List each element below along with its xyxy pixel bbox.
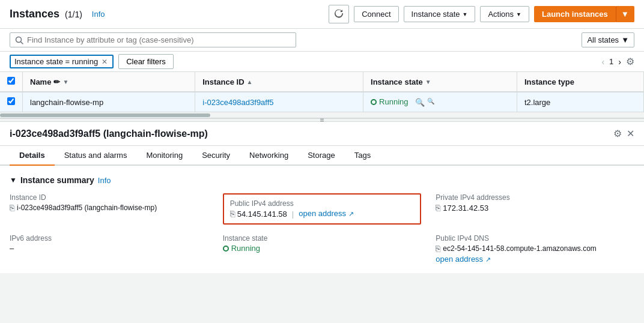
select-all-header xyxy=(0,72,23,92)
copy-dns-icon[interactable]: ⎘ xyxy=(436,244,440,253)
filter-bar: All states ▼ xyxy=(0,29,644,52)
summary-header: ▼ Instance summary Info xyxy=(10,175,634,185)
horizontal-scrollbar[interactable] xyxy=(0,112,644,118)
zoom-out-icon[interactable]: 🔍 xyxy=(427,98,434,107)
instance-state-field: Instance state Running xyxy=(223,234,422,264)
row-checkbox[interactable] xyxy=(7,97,15,105)
tab-monitoring[interactable]: Monitoring xyxy=(136,146,192,166)
filter-tag: Instance state = running ✕ xyxy=(10,55,114,68)
detail-close-button[interactable]: ✕ xyxy=(627,128,634,139)
clear-filters-button[interactable]: Clear filters xyxy=(118,54,174,69)
row-checkbox-cell xyxy=(0,92,23,112)
tab-tags[interactable]: Tags xyxy=(345,146,380,166)
select-all-checkbox[interactable] xyxy=(7,77,15,85)
state-cell: Running 🔍 🔍 xyxy=(363,92,517,112)
name-column-header[interactable]: Name ✏ ▼ xyxy=(23,72,195,92)
collapse-icon[interactable]: ▼ xyxy=(10,176,17,184)
page-title: Instances (1/1) xyxy=(10,8,82,20)
search-input[interactable] xyxy=(27,35,291,44)
detail-header: i-023ce498ad3f9aff5 (langchain-flowise-m… xyxy=(0,122,644,146)
open-address2-link[interactable]: open address ↗ xyxy=(436,255,490,264)
launch-instances-group: Launch instances ▼ xyxy=(534,6,634,22)
next-page-button[interactable]: › xyxy=(618,57,621,67)
search-box xyxy=(10,32,296,47)
instance-state-column-header[interactable]: Instance state ▼ xyxy=(363,72,517,92)
copy-public-ipv4-icon[interactable]: ⎘ xyxy=(230,209,235,219)
filter-remove-button[interactable]: ✕ xyxy=(100,58,109,66)
chevron-down-icon xyxy=(463,11,468,17)
svg-line-1 xyxy=(21,41,23,44)
instance-state-button[interactable]: Instance state xyxy=(404,6,476,22)
search-icon xyxy=(15,36,23,44)
settings-button[interactable]: ⚙ xyxy=(626,56,634,67)
copy-private-ipv4-icon[interactable]: ⎘ xyxy=(436,203,440,213)
ipv6-field: IPv6 address – xyxy=(10,234,208,264)
top-bar: Instances (1/1) Info Connect Instance st… xyxy=(0,0,644,29)
actions-button[interactable]: Actions xyxy=(480,6,529,22)
summary-title: Instance summary xyxy=(20,175,94,185)
detail-content: ▼ Instance summary Info Instance ID ⎘ i-… xyxy=(0,166,644,273)
running-dot-icon xyxy=(223,246,229,252)
instance-id-cell: i-023ce498ad3f9aff5 xyxy=(195,92,363,112)
name-cell: langchain-flowise-mp xyxy=(23,92,195,112)
state-badge: Running xyxy=(371,97,408,106)
instance-id-link[interactable]: i-023ce498ad3f9aff5 xyxy=(202,98,273,107)
name-edit-icon[interactable]: ✏ xyxy=(53,77,60,86)
instance-count: (1/1) xyxy=(65,10,82,19)
detail-tabs: Details Status and alarms Monitoring Sec… xyxy=(0,146,644,166)
open-address-link[interactable]: open address ↗ xyxy=(299,209,353,218)
tab-status-alarms[interactable]: Status and alarms xyxy=(55,146,137,166)
refresh-icon xyxy=(334,8,344,18)
chevron-down-icon xyxy=(516,11,521,17)
private-ipv4-field: Private IPv4 addresses ⎘ 172.31.42.53 xyxy=(436,193,634,225)
instance-id-sort-icon[interactable]: ▲ xyxy=(247,79,253,85)
instances-table: Name ✏ ▼ Instance ID ▲ Instance state ▼ xyxy=(0,72,644,112)
page-number: 1 xyxy=(609,57,613,66)
prev-page-button[interactable]: ‹ xyxy=(601,57,604,67)
tab-details[interactable]: Details xyxy=(10,146,55,166)
summary-grid: Instance ID ⎘ i-023ce498ad3f9aff5 (langc… xyxy=(10,193,634,264)
tab-networking[interactable]: Networking xyxy=(240,146,298,166)
public-ipv4-field: Public IPv4 address ⎘ 54.145.141.58 | op… xyxy=(223,193,422,225)
detail-actions: ⚙ ✕ xyxy=(613,128,634,139)
type-cell: t2.large xyxy=(517,92,643,112)
public-dns-field: Public IPv4 DNS ⎘ ec2-54-145-141-58.comp… xyxy=(436,234,634,264)
states-dropdown[interactable]: All states ▼ xyxy=(582,32,634,47)
tab-security[interactable]: Security xyxy=(192,146,240,166)
table-row[interactable]: langchain-flowise-mp i-023ce498ad3f9aff5… xyxy=(0,92,644,112)
zoom-in-icon[interactable]: 🔍 xyxy=(415,98,425,107)
copy-instance-id-icon[interactable]: ⎘ xyxy=(10,203,14,213)
summary-info-link[interactable]: Info xyxy=(98,176,111,185)
detail-panel: i-023ce498ad3f9aff5 (langchain-flowise-m… xyxy=(0,122,644,273)
detail-settings-button[interactable]: ⚙ xyxy=(613,128,622,139)
scroll-thumb[interactable] xyxy=(0,113,210,117)
instance-state-sort-icon[interactable]: ▼ xyxy=(425,79,431,85)
active-filter-row: Instance state = running ✕ Clear filters… xyxy=(0,52,644,72)
state-running-badge: Running xyxy=(223,244,260,253)
instance-id-column-header[interactable]: Instance ID ▲ xyxy=(195,72,363,92)
name-sort-icon[interactable]: ▼ xyxy=(62,79,68,85)
detail-title: i-023ce498ad3f9aff5 (langchain-flowise-m… xyxy=(10,128,208,139)
info-link[interactable]: Info xyxy=(92,10,105,19)
refresh-button[interactable] xyxy=(329,5,349,23)
launch-instances-split[interactable]: ▼ xyxy=(616,6,634,22)
connect-button[interactable]: Connect xyxy=(354,6,398,22)
tab-storage[interactable]: Storage xyxy=(298,146,345,166)
chevron-down-icon: ▼ xyxy=(621,35,629,44)
launch-instances-button[interactable]: Launch instances xyxy=(534,6,616,22)
instance-id-field: Instance ID ⎘ i-023ce498ad3f9aff5 (langc… xyxy=(10,193,208,225)
external-link-icon: ↗ xyxy=(348,211,354,218)
external-link2-icon: ↗ xyxy=(485,256,491,263)
running-dot-icon xyxy=(371,99,377,105)
instance-type-column-header[interactable]: Instance type xyxy=(517,72,643,92)
